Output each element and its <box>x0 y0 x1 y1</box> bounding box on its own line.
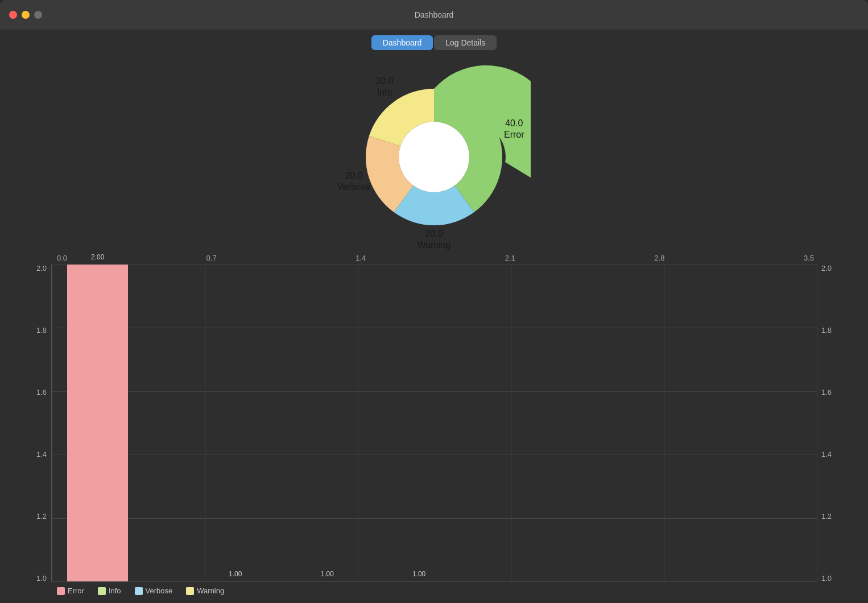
x-label-4: 2.8 <box>654 254 664 262</box>
donut-svg: 40.0 Error 20.0 Warning 20.0 Verbose 20.… <box>337 60 531 254</box>
bar-top-label-error: 2.00 <box>67 253 129 261</box>
y-right-18: 1.8 <box>821 327 832 334</box>
bar-top-label-verbose: 1.00 <box>296 570 358 578</box>
bar-top-label-warning: 1.00 <box>388 570 450 578</box>
close-button[interactable] <box>9 11 17 19</box>
legend-color-warning <box>186 587 194 595</box>
bar-top-label-info: 1.00 <box>205 570 266 578</box>
y-right-10: 1.0 <box>821 575 832 582</box>
y-label-20: 2.0 <box>36 265 47 272</box>
x-label-0: 0.0 <box>57 254 67 262</box>
window-title: Dashboard <box>415 10 454 19</box>
y-right-16: 1.6 <box>821 389 832 396</box>
main-window: Dashboard Dashboard Log Details <box>0 0 868 603</box>
bar-rect-error <box>67 265 129 581</box>
legend-info: Info <box>98 587 121 595</box>
legend-label-warning: Warning <box>197 587 224 595</box>
x-label-3: 2.1 <box>505 254 515 262</box>
error-value-label: 40.0 <box>505 118 523 128</box>
y-label-12: 1.2 <box>36 513 47 520</box>
info-label: Info <box>377 88 392 97</box>
legend-label-error: Error <box>68 587 84 595</box>
traffic-lights <box>9 11 42 19</box>
tab-bar: Dashboard Log Details <box>0 30 868 55</box>
y-right-20: 2.0 <box>821 265 832 272</box>
titlebar: Dashboard <box>0 0 868 30</box>
x-label-1: 0.7 <box>206 254 217 262</box>
warning-value-label: 20.0 <box>425 229 443 238</box>
y-axis-right: 2.0 1.8 1.6 1.4 1.2 1.0 <box>817 265 845 582</box>
main-content: 40.0 Error 20.0 Warning 20.0 Verbose 20.… <box>0 55 868 603</box>
legend-warning: Warning <box>186 587 224 595</box>
verbose-value-label: 20.0 <box>345 171 363 180</box>
legend-color-verbose <box>135 587 143 595</box>
y-label-16: 1.6 <box>36 389 47 396</box>
y-axis-left: 2.0 1.8 1.6 1.4 1.2 1.0 <box>23 265 51 582</box>
legend: Error Info Verbose Warning <box>23 582 845 597</box>
bar-group-error: 2.00 <box>67 265 129 581</box>
donut-chart: 40.0 Error 20.0 Warning 20.0 Verbose 20.… <box>337 60 531 254</box>
minimize-button[interactable] <box>22 11 30 19</box>
legend-color-error <box>57 587 65 595</box>
y-right-12: 1.2 <box>821 513 832 520</box>
maximize-button[interactable] <box>34 11 42 19</box>
y-label-18: 1.8 <box>36 327 47 334</box>
bar-chart-wrapper: 0.0 0.7 1.4 2.1 2.8 3.5 2.0 1.8 1.6 1.4 … <box>0 254 868 603</box>
donut-center <box>399 122 469 192</box>
verbose-label: Verbose <box>337 182 371 192</box>
legend-label-info: Info <box>109 587 121 595</box>
y-right-14: 1.4 <box>821 451 832 458</box>
y-label-14: 1.4 <box>36 451 47 458</box>
legend-error: Error <box>57 587 84 595</box>
legend-color-info <box>98 587 106 595</box>
bars-container: 2.001.001.001.00 <box>52 265 817 581</box>
info-value-label: 20.0 <box>375 76 393 86</box>
y-label-10: 1.0 <box>36 575 47 582</box>
legend-label-verbose: Verbose <box>146 587 173 595</box>
legend-verbose: Verbose <box>135 587 173 595</box>
tab-log-details[interactable]: Log Details <box>434 35 497 50</box>
x-label-2: 1.4 <box>356 254 366 262</box>
error-label: Error <box>504 130 524 139</box>
x-label-5: 3.5 <box>804 254 814 262</box>
chart-area: 2.0 1.8 1.6 1.4 1.2 1.0 2.001.001.001.00… <box>23 265 845 582</box>
plot-area: 2.001.001.001.00 <box>51 265 817 582</box>
warning-label: Warning <box>418 240 451 250</box>
x-axis-top: 0.0 0.7 1.4 2.1 2.8 3.5 <box>23 254 845 262</box>
tab-dashboard[interactable]: Dashboard <box>371 35 433 50</box>
